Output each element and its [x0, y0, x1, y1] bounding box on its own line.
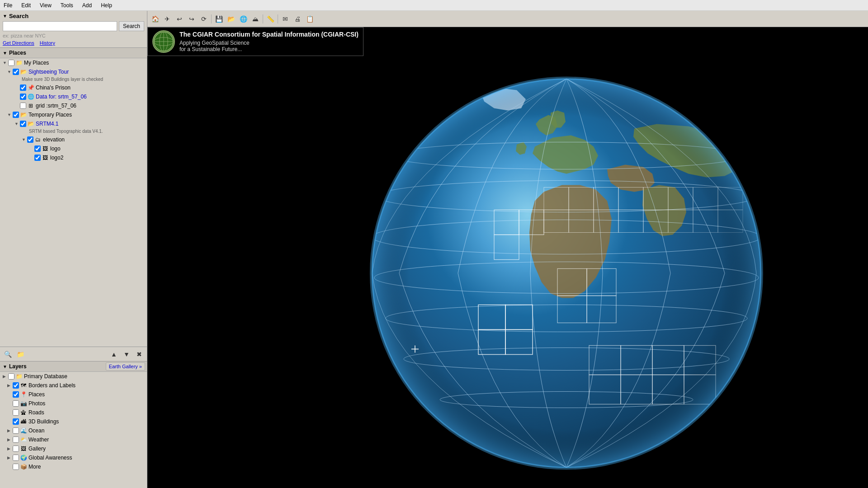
data-for-item[interactable]: 🌐 Data for: srtm_57_06	[0, 92, 147, 101]
logo-item[interactable]: 🖼 logo	[0, 144, 147, 153]
menu-edit[interactable]: Edit	[19, 1, 33, 9]
gallery-item[interactable]: ▶ 🖼 Gallery	[0, 444, 147, 453]
toolbar-ruler-btn[interactable]: 📏	[264, 13, 276, 25]
chinas-prison-item[interactable]: 📌 China's Prison	[0, 83, 147, 92]
get-directions-link[interactable]: Get Directions	[3, 40, 34, 46]
ocean-expander: ▶	[7, 428, 13, 433]
globe-visualization[interactable]	[318, 56, 860, 486]
layers-places-item[interactable]: 📍 Places	[0, 390, 147, 399]
more-item[interactable]: 📦 More	[0, 462, 147, 471]
temp-places-checkbox[interactable]	[13, 112, 19, 118]
toolbar-copy-btn[interactable]: 📋	[304, 13, 316, 25]
data-for-label: Data for: srtm_57_06	[36, 94, 144, 100]
places-folder-btn[interactable]: 📁	[14, 348, 26, 360]
places-up-btn[interactable]: ▲	[108, 348, 120, 360]
menu-add[interactable]: Add	[80, 1, 94, 9]
photos-item[interactable]: 📷 Photos	[0, 399, 147, 408]
sightseeing-checkbox[interactable]	[13, 69, 19, 75]
toolbar-save-btn[interactable]: 💾	[213, 13, 225, 25]
roads-item[interactable]: 🛣 Roads	[0, 408, 147, 417]
global-awareness-item[interactable]: ▶ 🌍 Global Awareness	[0, 453, 147, 462]
layers-places-checkbox[interactable]	[13, 391, 19, 398]
primary-db-label: Primary Database	[24, 373, 144, 380]
weather-checkbox[interactable]	[13, 436, 19, 443]
earth-gallery-button[interactable]: Earth Gallery »	[106, 362, 145, 371]
grid-srtm-label: grid :srtm_57_06	[36, 103, 144, 109]
buildings-3d-item[interactable]: 🏙 3D Buildings	[0, 417, 147, 426]
global-awareness-expander: ▶	[7, 455, 13, 460]
globe-area[interactable]: 🏠 ✈ ↩ ↪ ⟳ 💾 📂 🌐 ⛰ 📏 ✉ 🖨 📋	[147, 11, 868, 488]
temporary-places-item[interactable]: ▼ 📂 Temporary Places	[0, 110, 147, 119]
buildings-checkbox[interactable]	[13, 418, 19, 425]
sightseeing-tour-item[interactable]: ▼ 📂 Sightseeing Tour	[0, 67, 147, 76]
menu-file[interactable]: File	[2, 1, 14, 9]
history-link[interactable]: History	[40, 40, 55, 46]
grid-srtm-checkbox[interactable]	[20, 103, 26, 109]
borders-labels-item[interactable]: ▶ 🗺 Borders and Labels	[0, 381, 147, 390]
srtm41-checkbox[interactable]	[20, 121, 26, 127]
toolbar-fly-btn[interactable]: ✈	[161, 13, 173, 25]
weather-item[interactable]: ▶ ⛅ Weather	[0, 435, 147, 444]
search-input[interactable]	[3, 21, 117, 31]
data-for-checkbox[interactable]	[20, 94, 26, 100]
menu-help[interactable]: Help	[99, 1, 114, 9]
srtm41-expander: ▼	[14, 122, 20, 126]
borders-icon: 🗺	[20, 382, 27, 389]
toolbar-open-btn[interactable]: 📂	[225, 13, 237, 25]
sightseeing-note: Make sure 3D Buildings layer is checked	[0, 76, 147, 83]
logo2-checkbox[interactable]	[34, 155, 41, 161]
places-search-btn[interactable]: 🔍	[2, 348, 14, 360]
layers-header: ▼ Layers Earth Gallery »	[0, 361, 147, 372]
borders-expander: ▶	[7, 383, 13, 388]
srtm41-icon: 📂	[27, 120, 34, 127]
toolbar-terrain-btn[interactable]: ⛰	[250, 13, 261, 25]
logo-checkbox[interactable]	[34, 145, 41, 152]
main-layout: ▼ Search Search ex: pizza near NYC Get D…	[0, 11, 868, 488]
elevation-checkbox[interactable]	[27, 136, 33, 143]
my-places-checkbox[interactable]	[8, 60, 14, 66]
search-button[interactable]: Search	[119, 21, 144, 31]
toolbar-print-btn[interactable]: 🖨	[292, 13, 303, 25]
toolbar-undo-btn[interactable]: ↩	[174, 13, 185, 25]
roads-checkbox[interactable]	[13, 409, 19, 416]
search-collapse-arrow[interactable]: ▼	[3, 14, 7, 19]
global-awareness-checkbox[interactable]	[13, 455, 19, 461]
logo2-item[interactable]: 🖼 logo2	[0, 153, 147, 162]
elevation-item[interactable]: ▼ 🗂 elevation	[0, 135, 147, 144]
grid-srtm-item[interactable]: ⊞ grid :srtm_57_06	[0, 101, 147, 110]
toolbar-email-btn[interactable]: ✉	[279, 13, 291, 25]
chinas-prison-checkbox[interactable]	[20, 84, 26, 91]
primary-database-item[interactable]: ▶ 📁 Primary Database	[0, 372, 147, 381]
temp-places-expander: ▼	[7, 113, 13, 117]
borders-checkbox[interactable]	[13, 382, 19, 389]
places-delete-btn[interactable]: ✖	[133, 348, 145, 360]
my-places-item[interactable]: ▼ 📁 My Places	[0, 58, 147, 67]
more-checkbox[interactable]	[13, 464, 19, 470]
layers-title-area[interactable]: ▼ Layers	[0, 361, 106, 371]
photos-checkbox[interactable]	[13, 400, 19, 407]
toolbar-home-btn[interactable]: 🏠	[149, 13, 161, 25]
photos-label: Photos	[28, 400, 144, 407]
search-row: Search	[3, 21, 144, 31]
menu-view[interactable]: View	[38, 1, 53, 9]
places-section-title: Places	[9, 50, 26, 56]
places-header[interactable]: ▼ Places	[0, 48, 147, 58]
gallery-icon: 🖼	[20, 445, 27, 452]
my-places-folder-icon: 📁	[15, 59, 23, 66]
ocean-item[interactable]: ▶ 🌊 Ocean	[0, 426, 147, 435]
menu-tools[interactable]: Tools	[59, 1, 75, 9]
gallery-checkbox[interactable]	[13, 446, 19, 452]
ocean-checkbox[interactable]	[13, 427, 19, 434]
grid-srtm-icon: ⊞	[27, 102, 34, 109]
my-places-label: My Places	[24, 60, 144, 66]
borders-label: Borders and Labels	[28, 382, 144, 389]
search-placeholder: ex: pizza near NYC	[3, 33, 144, 38]
srtm41-item[interactable]: ▼ 📂 SRTM4.1	[0, 119, 147, 128]
search-header: ▼ Search	[3, 13, 144, 19]
buildings-icon: 🏙	[20, 418, 27, 425]
toolbar-globe-btn[interactable]: 🌐	[237, 13, 249, 25]
places-down-btn[interactable]: ▼	[121, 348, 132, 360]
toolbar-refresh-btn[interactable]: ⟳	[198, 13, 210, 25]
toolbar-redo-btn[interactable]: ↪	[186, 13, 198, 25]
primary-db-checkbox[interactable]	[8, 373, 14, 380]
